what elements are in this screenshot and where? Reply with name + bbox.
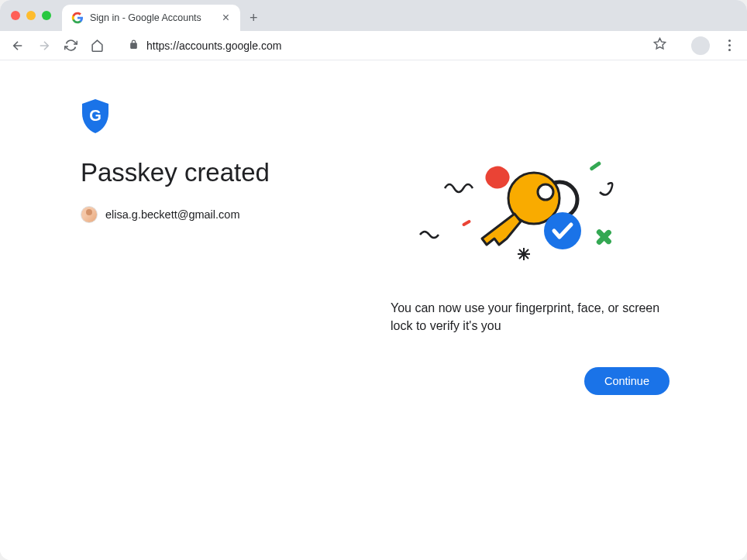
url-bar[interactable]: https://accounts.google.com <box>118 34 677 57</box>
browser-tab[interactable]: Sign in - Google Accounts × <box>62 5 240 31</box>
svg-rect-2 <box>462 219 471 226</box>
tab-close-icon[interactable]: × <box>221 12 231 24</box>
right-column: You can now use your fingerprint, face, … <box>375 99 701 560</box>
continue-button[interactable]: Continue <box>584 367 670 395</box>
tab-title: Sign in - Google Accounts <box>90 12 215 23</box>
svg-marker-0 <box>654 38 665 48</box>
minimize-window-button[interactable] <box>26 11 36 20</box>
home-button[interactable] <box>85 34 108 57</box>
lock-icon <box>129 39 139 53</box>
bookmark-star-icon[interactable] <box>653 37 666 53</box>
account-chip[interactable]: elisa.g.beckett@gmail.com <box>81 206 375 223</box>
forward-button[interactable] <box>33 34 56 57</box>
browser-menu-button[interactable] <box>718 40 741 51</box>
google-favicon-icon <box>71 12 84 24</box>
nav-bar: https://accounts.google.com <box>0 31 747 60</box>
url-text: https://accounts.google.com <box>146 40 645 52</box>
profile-avatar[interactable] <box>691 36 710 55</box>
close-window-button[interactable] <box>11 11 20 20</box>
user-avatar <box>81 206 98 223</box>
reload-button[interactable] <box>59 34 82 57</box>
button-row: Continue <box>391 367 701 395</box>
description-text: You can now use your fingerprint, face, … <box>391 299 677 335</box>
new-tab-button[interactable]: + <box>240 5 267 31</box>
account-email: elisa.g.beckett@gmail.com <box>105 208 239 221</box>
tab-bar: Sign in - Google Accounts × + <box>0 0 747 31</box>
page-title: Passkey created <box>81 158 375 187</box>
google-shield-icon: G <box>81 99 375 136</box>
svg-point-12 <box>538 184 553 200</box>
browser-window: Sign in - Google Accounts × + https://ac… <box>0 0 747 560</box>
svg-point-13 <box>544 212 581 249</box>
svg-text:G: G <box>89 107 102 124</box>
page-content: G Passkey created elisa.g.beckett@gmail.… <box>0 60 747 560</box>
window-controls <box>11 11 51 20</box>
maximize-window-button[interactable] <box>42 11 51 20</box>
passkey-illustration <box>391 153 701 285</box>
left-column: G Passkey created elisa.g.beckett@gmail.… <box>81 99 375 560</box>
svg-rect-3 <box>589 161 601 171</box>
back-button[interactable] <box>6 34 29 57</box>
